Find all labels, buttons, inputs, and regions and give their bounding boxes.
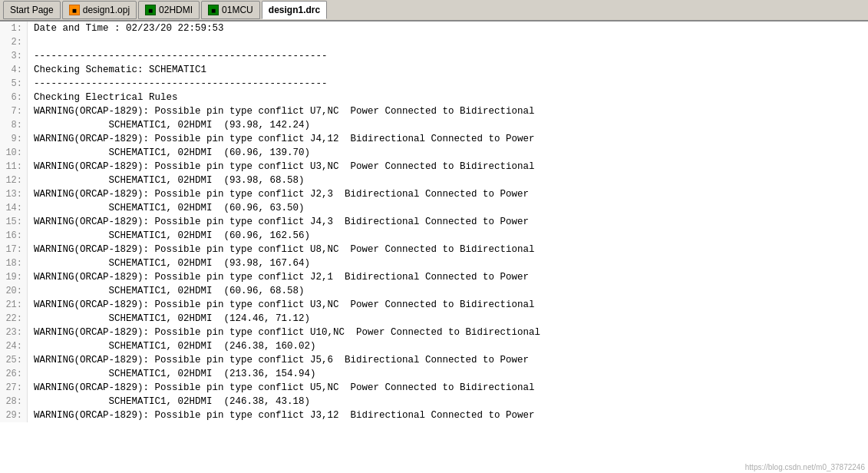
line-content: WARNING(ORCAP-1829): Possible pin type c… — [28, 215, 529, 229]
line-content: ----------------------------------------… — [28, 49, 328, 63]
line-row: 24: SCHEMATIC1, 02HDMI (246.38, 160.02) — [0, 339, 868, 353]
line-number: 20: — [0, 284, 28, 298]
line-content: WARNING(ORCAP-1829): Possible pin type c… — [28, 298, 535, 312]
line-row: 2: — [0, 35, 868, 49]
line-number: 27: — [0, 381, 28, 395]
line-content: WARNING(ORCAP-1829): Possible pin type c… — [28, 353, 529, 367]
line-number: 17: — [0, 243, 28, 256]
tab-design1-opj[interactable]: ■ design1.opj — [62, 1, 137, 19]
line-row: 20: SCHEMATIC1, 02HDMI (60.96, 68.58) — [0, 284, 868, 298]
line-row: 12: SCHEMATIC1, 02HDMI (93.98, 68.58) — [0, 174, 868, 187]
line-number: 1: — [0, 22, 28, 35]
content-area: 1:Date and Time : 02/23/20 22:59:532:3:-… — [0, 22, 868, 473]
line-number: 18: — [0, 256, 28, 270]
line-content: SCHEMATIC1, 02HDMI (60.96, 63.50) — [28, 201, 305, 215]
line-content: SCHEMATIC1, 02HDMI (60.96, 139.70) — [28, 146, 310, 160]
line-row: 11:WARNING(ORCAP-1829): Possible pin typ… — [0, 160, 868, 174]
line-row: 3:--------------------------------------… — [0, 49, 868, 63]
line-row: 29:WARNING(ORCAP-1829): Possible pin typ… — [0, 408, 868, 422]
line-row: 25:WARNING(ORCAP-1829): Possible pin typ… — [0, 353, 868, 367]
line-number: 28: — [0, 395, 28, 408]
tab-design1-opj-label: design1.opj — [83, 5, 130, 15]
line-content: SCHEMATIC1, 02HDMI (246.38, 160.02) — [28, 339, 316, 353]
line-number: 7: — [0, 104, 28, 118]
line-row: 22: SCHEMATIC1, 02HDMI (124.46, 71.12) — [0, 312, 868, 326]
line-content: WARNING(ORCAP-1829): Possible pin type c… — [28, 187, 529, 201]
line-content: WARNING(ORCAP-1829): Possible pin type c… — [28, 326, 540, 339]
line-row: 17:WARNING(ORCAP-1829): Possible pin typ… — [0, 243, 868, 256]
line-number: 13: — [0, 187, 28, 201]
line-number: 10: — [0, 146, 28, 160]
tab-02hdmi-label: 02HDMI — [159, 5, 193, 15]
line-number: 12: — [0, 174, 28, 187]
line-number: 26: — [0, 367, 28, 381]
line-row: 9:WARNING(ORCAP-1829): Possible pin type… — [0, 132, 868, 146]
line-row: 28: SCHEMATIC1, 02HDMI (246.38, 43.18) — [0, 395, 868, 408]
tab-01mcu-label: 01MCU — [222, 5, 253, 15]
line-content: SCHEMATIC1, 02HDMI (93.98, 142.24) — [28, 118, 310, 132]
line-number: 19: — [0, 270, 28, 284]
line-number: 21: — [0, 298, 28, 312]
line-row: 5:--------------------------------------… — [0, 77, 868, 91]
tab-start-page[interactable]: Start Page — [3, 1, 61, 19]
line-number: 29: — [0, 408, 28, 422]
line-number: 8: — [0, 118, 28, 132]
line-content: WARNING(ORCAP-1829): Possible pin type c… — [28, 104, 535, 118]
tab-01mcu-icon: ■ — [208, 5, 219, 15]
line-row: 27:WARNING(ORCAP-1829): Possible pin typ… — [0, 381, 868, 395]
line-content: SCHEMATIC1, 02HDMI (93.98, 68.58) — [28, 174, 305, 187]
line-content: WARNING(ORCAP-1829): Possible pin type c… — [28, 132, 535, 146]
line-content: SCHEMATIC1, 02HDMI (93.98, 167.64) — [28, 256, 310, 270]
tab-01mcu[interactable]: ■ 01MCU — [201, 1, 260, 19]
line-content: SCHEMATIC1, 02HDMI (246.38, 43.18) — [28, 395, 310, 408]
line-number: 25: — [0, 353, 28, 367]
line-number: 3: — [0, 49, 28, 63]
line-number: 9: — [0, 132, 28, 146]
line-row: 14: SCHEMATIC1, 02HDMI (60.96, 63.50) — [0, 201, 868, 215]
line-content — [28, 35, 34, 49]
line-number: 15: — [0, 215, 28, 229]
line-content: WARNING(ORCAP-1829): Possible pin type c… — [28, 160, 535, 174]
tab-start-page-label: Start Page — [10, 5, 54, 15]
tab-design1-drc-label: design1.drc — [269, 5, 320, 15]
line-number: 16: — [0, 229, 28, 243]
line-row: 6:Checking Electrical Rules — [0, 91, 868, 104]
line-row: 10: SCHEMATIC1, 02HDMI (60.96, 139.70) — [0, 146, 868, 160]
line-content: SCHEMATIC1, 02HDMI (213.36, 154.94) — [28, 367, 316, 381]
line-content: Checking Schematic: SCHEMATIC1 — [28, 63, 206, 77]
tab-design1-drc[interactable]: design1.drc — [262, 1, 327, 19]
line-number: 6: — [0, 91, 28, 104]
line-number: 22: — [0, 312, 28, 326]
line-number: 14: — [0, 201, 28, 215]
line-row: 1:Date and Time : 02/23/20 22:59:53 — [0, 22, 868, 35]
line-row: 23:WARNING(ORCAP-1829): Possible pin typ… — [0, 326, 868, 339]
line-row: 8: SCHEMATIC1, 02HDMI (93.98, 142.24) — [0, 118, 868, 132]
tab-bar: Start Page ■ design1.opj ■ 02HDMI ■ 01MC… — [0, 0, 868, 22]
line-row: 26: SCHEMATIC1, 02HDMI (213.36, 154.94) — [0, 367, 868, 381]
line-content: WARNING(ORCAP-1829): Possible pin type c… — [28, 381, 535, 395]
line-row: 4:Checking Schematic: SCHEMATIC1 — [0, 63, 868, 77]
line-row: 19:WARNING(ORCAP-1829): Possible pin typ… — [0, 270, 868, 284]
line-number: 4: — [0, 63, 28, 77]
line-content: Checking Electrical Rules — [28, 91, 178, 104]
line-number: 11: — [0, 160, 28, 174]
line-content: WARNING(ORCAP-1829): Possible pin type c… — [28, 270, 529, 284]
line-number: 2: — [0, 35, 28, 49]
line-number: 23: — [0, 326, 28, 339]
line-row: 21:WARNING(ORCAP-1829): Possible pin typ… — [0, 298, 868, 312]
line-content: SCHEMATIC1, 02HDMI (60.96, 68.58) — [28, 284, 305, 298]
tab-02hdmi[interactable]: ■ 02HDMI — [138, 1, 200, 19]
line-content: Date and Time : 02/23/20 22:59:53 — [28, 22, 224, 35]
line-row: 18: SCHEMATIC1, 02HDMI (93.98, 167.64) — [0, 256, 868, 270]
line-number: 24: — [0, 339, 28, 353]
watermark: https://blog.csdn.net/m0_37872246 — [745, 463, 865, 471]
line-row: 13:WARNING(ORCAP-1829): Possible pin typ… — [0, 187, 868, 201]
line-content: ----------------------------------------… — [28, 77, 328, 91]
line-content: WARNING(ORCAP-1829): Possible pin type c… — [28, 408, 535, 422]
line-content: SCHEMATIC1, 02HDMI (60.96, 162.56) — [28, 229, 310, 243]
line-number: 5: — [0, 77, 28, 91]
line-row: 16: SCHEMATIC1, 02HDMI (60.96, 162.56) — [0, 229, 868, 243]
line-row: 7:WARNING(ORCAP-1829): Possible pin type… — [0, 104, 868, 118]
tab-02hdmi-icon: ■ — [145, 5, 156, 15]
line-content: WARNING(ORCAP-1829): Possible pin type c… — [28, 243, 535, 256]
